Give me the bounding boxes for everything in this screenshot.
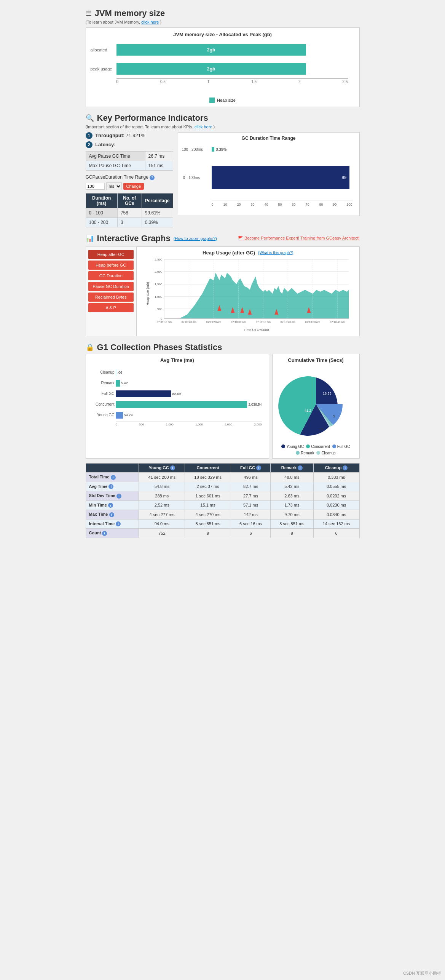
stats-header-cleanup: Cleanup i [313,463,359,473]
cleanup-bar-value: .06 [117,371,122,374]
dur-col-count: No. of GCs [117,193,142,208]
dur-filter: ms Change [86,182,173,190]
gc-pause-info-icon[interactable]: ? [150,175,155,180]
throughput-value: 71.921% [126,133,145,138]
std-dev-info[interactable]: i [116,494,121,499]
g1-section-header: 🔒 G1 Collection Phases Statistics [86,342,360,352]
younggc-bar-label: Young GC [90,413,115,417]
svg-text:41.2: 41.2 [305,409,311,412]
fullgc-bar-value: 82.69 [172,392,181,396]
peak-bar: 2gb [116,63,306,75]
bar-chart-icon: 📊 [86,234,94,243]
svg-text:Time UTC+0000: Time UTC+0000 [244,328,269,332]
younggc-bar [116,412,123,419]
gc-100-200-label: 100 - 200ms [182,147,203,152]
heap-what-link[interactable]: (What is this graph?) [258,251,293,255]
g1-charts-row: Avg Time (ms) Cleanup .06 Remark 5.42 [86,354,360,459]
count-info[interactable]: i [102,531,107,536]
latency-badge: 2 [86,141,93,148]
svg-text:.05: .05 [319,427,324,431]
heap-after-gc-button[interactable]: Heap after GC [88,250,134,259]
svg-text:0: 0 [161,317,163,320]
stats-avg-time: Avg Time i 54.8 ms 2 sec 37 ms 82.7 ms 5… [86,482,359,491]
jvm-section-header: ☰ JVM memory size [86,8,360,18]
fullgc-bar [116,390,171,397]
stats-label-avg: Avg Time i [86,482,139,491]
g1-section: 🔒 G1 Collection Phases Statistics Avg Ti… [86,342,360,538]
svg-text:1,500: 1,500 [155,283,163,286]
interval-info[interactable]: i [116,521,121,526]
dur-range-2: 100 - 200 [86,217,117,227]
jvm-memory-chart: JVM memory size - Allocated vs Peak (gb)… [86,27,360,107]
stats-header-young: Young GC i [139,463,185,473]
svg-marker-14 [164,273,349,318]
svg-text:07:09:50 am: 07:09:50 am [206,321,221,323]
total-time-info[interactable]: i [111,475,116,480]
g1-avg-title: Avg Time (ms) [89,357,266,363]
kpi-learn-link[interactable]: click here [195,125,212,129]
gc-0-100-bar: 99 [212,166,350,189]
stats-interval-time: Interval Time i 94.0 ms 8 sec 851 ms 6 s… [86,519,359,529]
remark-bar-label: Remark [90,381,115,385]
legend-young-gc: Young GC [281,444,304,449]
dur-unit-select[interactable]: ms [106,182,122,190]
kpi-content: 1 Throughput: 71.921% 2 Latency: Avg Pau… [86,132,360,227]
stats-label-total: Total Time i [86,473,139,482]
svg-text:07:10:00 am: 07:10:00 am [231,321,246,323]
interactive-header: 📊 Interactive Graphs (How to zoom graphs… [86,233,360,243]
gc-pause-label: GCPauseDuration Time Range ? [86,174,173,180]
dur-pct-2: 0.39% [142,217,173,227]
stats-label-min: Min Time i [86,500,139,510]
stats-label-max: Max Time i [86,510,139,520]
max-time-info[interactable]: i [109,512,114,517]
dur-filter-input[interactable] [86,183,105,190]
dur-change-button[interactable]: Change [123,183,144,190]
svg-text:18.33: 18.33 [323,392,332,395]
heap-before-gc-button[interactable]: Heap before GC [88,261,134,270]
g1-title: G1 Collection Phases Statistics [97,342,222,352]
pie-legend: Young GC Concurrent Full GC Remark [276,444,356,455]
stats-header-remark: Remark i [271,463,313,473]
remark-info[interactable]: i [298,465,303,470]
young-gc-info[interactable]: i [170,465,175,470]
avg-time-info[interactable]: i [108,484,113,489]
flag-icon: 🚩 [238,236,243,240]
legend-cleanup: Cleanup [316,451,335,455]
stats-count: Count i 752 9 6 9 6 [86,529,359,538]
gc-0-100-pct: 99 [342,175,346,180]
remark-bar [116,380,120,387]
avg-pause-label: Avg Pause GC Time [86,152,145,161]
chart-legend: Heap size [90,98,356,103]
heap-chart-title: Heap Usage (after GC) [203,250,255,256]
gc-duration-button[interactable]: GC Duration [88,271,134,280]
min-time-info[interactable]: i [108,503,113,508]
zoom-link[interactable]: (How to zoom graphs?) [174,236,217,241]
a-and-p-button[interactable]: A & P [88,303,134,312]
full-gc-dot [332,444,336,448]
jvm-learn-link[interactable]: click here [141,20,159,24]
fullgc-info[interactable]: i [256,465,261,470]
young-gc-dot [281,444,285,448]
dur-count-1: 758 [117,208,142,217]
gc-duration-chart: GC Duration Time Range 100 - 200ms 0.39%… [178,132,360,227]
gc-100-200-bar [212,147,214,152]
pause-gc-duration-button[interactable]: Pause GC Duration [88,282,134,291]
heap-size-legend-label: Heap size [217,98,236,102]
cleanup-info[interactable]: i [343,465,348,470]
promo-link[interactable]: 🚩 Become Performance Expert! Training fr… [238,236,360,241]
g1-cum-title: Cumulative Time (Secs) [276,357,356,363]
lock-icon: 🔒 [86,343,94,352]
avg-pause-value: 26.7 ms [145,152,173,161]
kpi-desc: (Important section of the report. To lea… [86,125,360,129]
search-icon: 🔍 [86,114,94,122]
dur-range-1: 0 - 100 [86,208,117,217]
younggc-bar-value: 54.79 [124,413,133,417]
svg-text:2,500: 2,500 [155,258,163,261]
reclaimed-bytes-button[interactable]: Reclaimed Bytes [88,293,134,302]
max-pause-label: Max Pause GC Time [86,161,145,171]
stats-label-count: Count i [86,529,139,538]
cleanup-bar [116,369,116,376]
jvm-title: JVM memory size [95,8,165,18]
svg-text:07:10:40 am: 07:10:40 am [330,321,345,323]
stats-header-0 [86,463,139,473]
